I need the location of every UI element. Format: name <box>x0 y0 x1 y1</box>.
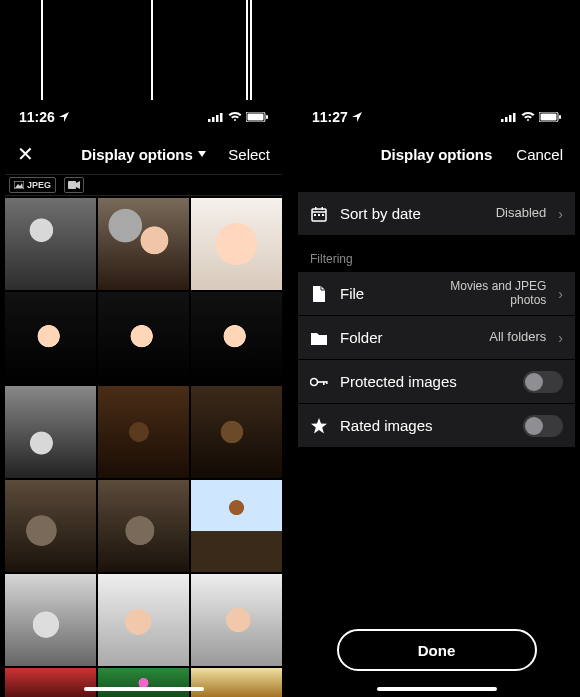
phone-display-options-screen: 11:27 Display options <box>298 100 575 695</box>
nav-bar: Display options Cancel <box>298 134 575 174</box>
photo-thumbnail[interactable] <box>191 574 282 666</box>
svg-rect-24 <box>317 381 327 383</box>
photo-thumbnail[interactable] <box>5 386 96 478</box>
svg-rect-5 <box>248 114 264 121</box>
wifi-icon <box>521 112 535 122</box>
sort-value: Disabled <box>496 206 547 221</box>
battery-icon <box>539 112 561 122</box>
svg-rect-26 <box>326 381 328 384</box>
photo-thumbnail[interactable] <box>5 198 96 290</box>
movie-filter-chip[interactable] <box>64 177 84 193</box>
signal-icon <box>208 112 224 122</box>
select-button[interactable]: Select <box>214 146 270 163</box>
photo-thumbnail[interactable] <box>5 292 96 384</box>
filter-chip-bar: JPEG <box>5 174 282 196</box>
status-bar: 11:26 <box>5 100 282 134</box>
image-icon <box>14 181 24 189</box>
svg-rect-11 <box>509 115 512 122</box>
status-time: 11:26 <box>19 109 55 125</box>
svg-rect-22 <box>322 214 324 216</box>
chevron-right-icon: › <box>558 286 563 302</box>
wifi-icon <box>228 112 242 122</box>
location-arrow-icon <box>59 112 69 122</box>
folder-filter-label: Folder <box>340 329 477 346</box>
svg-rect-18 <box>315 207 317 210</box>
display-options-dropdown[interactable]: Display options <box>73 146 214 163</box>
filtering-section-heading: Filtering <box>298 236 575 272</box>
signal-icon <box>501 112 517 122</box>
nav-bar: ✕ Display options Select <box>5 134 282 174</box>
close-button[interactable]: ✕ <box>17 144 73 164</box>
star-icon <box>310 418 328 434</box>
nav-title-label: Display options <box>381 146 493 163</box>
rated-images-label: Rated images <box>340 417 511 434</box>
svg-rect-15 <box>559 115 561 119</box>
rated-images-toggle[interactable] <box>523 415 563 437</box>
svg-rect-2 <box>216 115 219 122</box>
file-icon <box>310 286 328 302</box>
video-icon <box>68 181 80 189</box>
file-filter-value: Movies and JPEG photos <box>426 280 546 308</box>
svg-rect-1 <box>212 117 215 122</box>
photo-thumbnail[interactable] <box>98 292 189 384</box>
caret-down-icon <box>198 151 206 157</box>
photo-thumbnail[interactable] <box>191 668 282 697</box>
jpeg-chip-label: JPEG <box>27 180 51 190</box>
home-indicator[interactable] <box>377 687 497 691</box>
folder-filter-row[interactable]: Folder All folders › <box>298 316 575 360</box>
photo-thumbnail[interactable] <box>98 198 189 290</box>
svg-rect-25 <box>323 381 325 385</box>
calendar-icon <box>310 206 328 222</box>
photo-thumbnail[interactable] <box>5 480 96 572</box>
svg-rect-19 <box>322 207 324 210</box>
svg-point-23 <box>311 378 318 385</box>
svg-rect-0 <box>208 119 211 122</box>
rated-images-row[interactable]: Rated images <box>298 404 575 448</box>
status-bar: 11:27 <box>298 100 575 134</box>
protected-images-toggle[interactable] <box>523 371 563 393</box>
nav-title: Display options <box>366 146 507 163</box>
photo-grid[interactable] <box>5 196 282 697</box>
photo-thumbnail[interactable] <box>191 292 282 384</box>
folder-icon <box>310 331 328 345</box>
photo-thumbnail[interactable] <box>98 668 189 697</box>
nav-title-label: Display options <box>81 146 193 163</box>
home-indicator[interactable] <box>84 687 204 691</box>
chevron-right-icon: › <box>558 206 563 222</box>
svg-rect-14 <box>541 114 557 121</box>
key-icon <box>310 377 328 387</box>
status-time: 11:27 <box>312 109 348 125</box>
svg-rect-3 <box>220 113 223 122</box>
battery-icon <box>246 112 268 122</box>
svg-rect-12 <box>513 113 516 122</box>
svg-rect-8 <box>68 181 76 189</box>
svg-rect-10 <box>505 117 508 122</box>
photo-thumbnail[interactable] <box>98 386 189 478</box>
cancel-button[interactable]: Cancel <box>507 146 563 163</box>
photo-thumbnail[interactable] <box>191 198 282 290</box>
svg-rect-20 <box>314 214 316 216</box>
sort-by-date-row[interactable]: Sort by date Disabled › <box>298 192 575 236</box>
sort-label: Sort by date <box>340 205 484 222</box>
file-filter-row[interactable]: File Movies and JPEG photos › <box>298 272 575 316</box>
photo-thumbnail[interactable] <box>191 480 282 572</box>
done-button-label: Done <box>418 642 456 659</box>
done-button[interactable]: Done <box>337 629 537 671</box>
phone-gallery-screen: 11:26 ✕ Display options <box>5 100 282 695</box>
file-filter-label: File <box>340 285 414 302</box>
svg-rect-6 <box>266 115 268 119</box>
svg-rect-9 <box>501 119 504 122</box>
photo-thumbnail[interactable] <box>5 574 96 666</box>
chevron-right-icon: › <box>558 330 563 346</box>
svg-rect-21 <box>318 214 320 216</box>
jpeg-filter-chip[interactable]: JPEG <box>9 177 56 193</box>
photo-thumbnail[interactable] <box>5 668 96 697</box>
folder-filter-value: All folders <box>489 330 546 345</box>
protected-images-label: Protected images <box>340 373 511 390</box>
photo-thumbnail[interactable] <box>191 386 282 478</box>
photo-thumbnail[interactable] <box>98 574 189 666</box>
protected-images-row[interactable]: Protected images <box>298 360 575 404</box>
photo-thumbnail[interactable] <box>98 480 189 572</box>
location-arrow-icon <box>352 112 362 122</box>
